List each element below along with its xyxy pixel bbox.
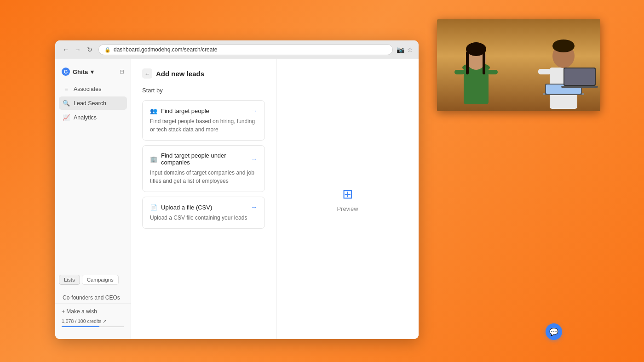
sidebar-item-analytics[interactable]: 📈 Analytics: [59, 111, 127, 124]
right-panel: ⊞ Preview: [276, 59, 419, 339]
svg-rect-11: [538, 69, 551, 74]
sidebar-label-associates: Associates: [74, 86, 101, 92]
tab-campaigns[interactable]: Campaigns: [82, 275, 119, 285]
search-icon: 🔍: [63, 100, 70, 107]
camera-icon[interactable]: 📷: [397, 46, 404, 53]
credits-fill: [62, 326, 99, 327]
option-card-header-find-companies: 🏢 Find target people under companies →: [150, 152, 257, 166]
svg-point-10: [552, 40, 575, 52]
option-card-title-find-companies: 🏢 Find target people under companies: [150, 152, 251, 166]
video-overlay: [437, 19, 600, 111]
make-a-wish-button[interactable]: + Make a wish: [62, 308, 124, 315]
svg-rect-7: [488, 70, 498, 74]
page-header: ← Add new leads: [142, 68, 265, 79]
option-title-upload-csv: Upload a file (CSV): [161, 204, 212, 211]
option-card-title-find-people: 👥 Find target people: [150, 107, 209, 114]
logo-caret-icon: ▾: [91, 68, 94, 75]
option-desc-find-people: Find target people based on hiring, fund…: [150, 117, 257, 134]
sidebar: G Ghita ▾ ⊟ ≡ Associates 🔍 Lead Search 📈: [55, 59, 131, 339]
url-text: dashboard.godmodehq.com/search/create: [114, 46, 387, 53]
browser-content: G Ghita ▾ ⊟ ≡ Associates 🔍 Lead Search 📈: [55, 59, 419, 339]
sidebar-nav: ≡ Associates 🔍 Lead Search 📈 Analytics: [55, 82, 131, 270]
main-content: ← Add new leads Start by 👥 Find target p…: [131, 59, 276, 339]
option-card-title-upload-csv: 📄 Upload a file (CSV): [150, 204, 212, 211]
video-scene: [437, 19, 600, 111]
option-card-upload-csv[interactable]: 📄 Upload a file (CSV) → Upload a CSV fil…: [142, 197, 265, 229]
logo-name: Ghita: [73, 68, 88, 75]
analytics-icon: 📈: [63, 114, 70, 121]
tab-lists[interactable]: Lists: [59, 275, 80, 285]
option-arrow-find-companies: →: [251, 155, 257, 163]
option-arrow-find-people: →: [251, 107, 257, 114]
browser-actions: 📷 ☆: [397, 46, 413, 53]
sidebar-header: G Ghita ▾ ⊟: [55, 65, 131, 82]
option-title-find-companies: Find target people under companies: [161, 152, 251, 166]
option-card-header-upload-csv: 📄 Upload a file (CSV) →: [150, 204, 257, 211]
sidebar-label-lead-search: Lead Search: [74, 100, 106, 107]
option-card-find-people[interactable]: 👥 Find target people → Find target peopl…: [142, 100, 265, 141]
svg-rect-4: [466, 51, 469, 74]
sidebar-logo[interactable]: G Ghita ▾: [62, 68, 94, 76]
sidebar-list-section: Co-founders and CEOs: [55, 292, 131, 303]
sidebar-collapse-button[interactable]: ⊟: [120, 68, 124, 75]
credits-text: 1,078 / 100 credits: [62, 318, 101, 324]
browser-toolbar: ← → ↻ 🔒 dashboard.godmodehq.com/search/c…: [55, 40, 419, 59]
start-by-label: Start by: [142, 87, 265, 94]
option-arrow-upload-csv: →: [251, 204, 257, 211]
url-bar[interactable]: 🔒 dashboard.godmodehq.com/search/create: [98, 44, 393, 55]
sidebar-footer: + Make a wish 1,078 / 100 credits ↗: [55, 303, 131, 334]
reload-button[interactable]: ↻: [85, 45, 95, 55]
credits-container: 1,078 / 100 credits ↗: [62, 318, 124, 327]
laptop-background: [561, 65, 598, 93]
sidebar-tabs: Lists Campaigns: [59, 275, 127, 285]
preview-label: Preview: [337, 205, 358, 212]
preview-icon: ⊞: [342, 187, 353, 202]
svg-rect-17: [564, 68, 595, 85]
logo-letter: G: [62, 68, 70, 76]
person-left: [446, 33, 506, 111]
page-title: Add new leads: [156, 70, 204, 78]
list-item-cofounders[interactable]: Co-founders and CEOs: [59, 292, 127, 303]
chat-button[interactable]: 💬: [546, 323, 562, 340]
people-icon: 👥: [150, 107, 157, 114]
company-icon: 🏢: [150, 156, 157, 163]
star-icon[interactable]: ☆: [407, 46, 413, 53]
back-button[interactable]: ←: [61, 45, 71, 55]
lock-icon: 🔒: [104, 47, 111, 53]
option-title-find-people: Find target people: [161, 107, 209, 114]
sidebar-item-lead-search[interactable]: 🔍 Lead Search: [59, 96, 127, 110]
option-card-header-find-people: 👥 Find target people →: [150, 107, 257, 114]
option-card-find-companies[interactable]: 🏢 Find target people under companies → I…: [142, 145, 265, 192]
browser-window: ← → ↻ 🔒 dashboard.godmodehq.com/search/c…: [55, 40, 419, 339]
svg-rect-6: [454, 70, 465, 74]
option-desc-upload-csv: Upload a CSV file containing your leads: [150, 214, 257, 222]
forward-button[interactable]: →: [73, 45, 83, 55]
chat-icon: 💬: [549, 328, 558, 336]
credits-bar: [62, 326, 124, 327]
csv-icon: 📄: [150, 204, 157, 211]
sidebar-label-analytics: Analytics: [74, 114, 97, 121]
sidebar-item-associates[interactable]: ≡ Associates: [59, 82, 127, 96]
svg-rect-18: [561, 86, 598, 88]
associates-icon: ≡: [63, 85, 70, 92]
nav-buttons: ← → ↻: [61, 45, 95, 55]
credits-expand-icon[interactable]: ↗: [103, 318, 107, 324]
back-arrow-button[interactable]: ←: [142, 68, 152, 79]
svg-rect-5: [483, 51, 485, 74]
option-desc-find-companies: Input domains of target companies and jo…: [150, 169, 257, 185]
